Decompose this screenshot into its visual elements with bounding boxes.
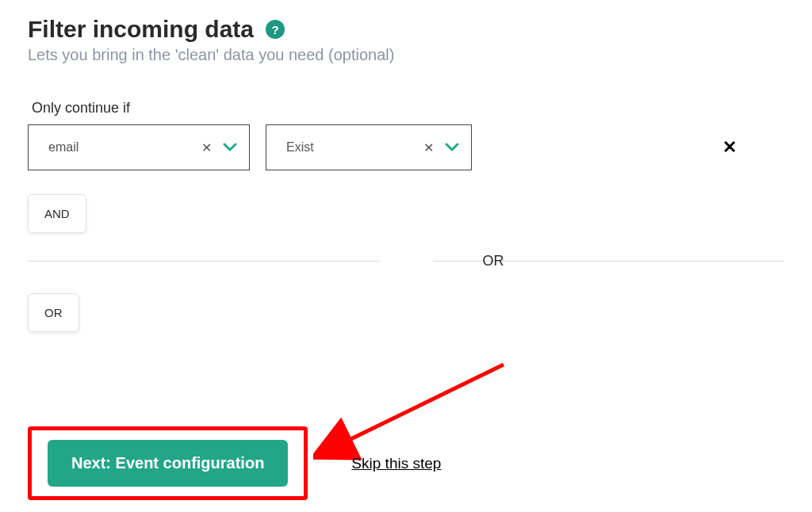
filter-section: Only continue if email ✕ Exist ✕ ✕ AND [28,100,784,332]
skip-link[interactable]: Skip this step [351,455,441,472]
and-button[interactable]: AND [28,194,86,233]
footer: Next: Event configuration Skip this step [28,426,784,500]
dropdown-controls: ✕ [201,139,237,156]
title-row: Filter incoming data ? [28,16,784,43]
page-subtitle: Lets you bring in the 'clean' data you n… [28,46,784,64]
operator-value: Exist [286,140,314,155]
or-divider-text: OR [467,253,520,269]
clear-operator-icon[interactable]: ✕ [423,140,434,155]
highlight-annotation: Next: Event configuration [28,426,308,500]
page-title: Filter incoming data [28,16,254,43]
condition-label: Only continue if [32,100,784,117]
condition-row: email ✕ Exist ✕ ✕ [28,124,784,170]
chevron-down-icon[interactable] [223,139,237,156]
help-icon[interactable]: ? [266,20,285,39]
field-value: email [48,140,79,155]
divider-line [28,261,380,262]
field-dropdown[interactable]: email ✕ [28,124,250,170]
or-divider: OR [28,253,784,269]
clear-field-icon[interactable]: ✕ [201,140,212,155]
chevron-down-icon[interactable] [445,139,459,156]
remove-row-icon[interactable]: ✕ [722,137,784,158]
operator-dropdown[interactable]: Exist ✕ [266,124,472,170]
next-button[interactable]: Next: Event configuration [48,440,288,487]
header: Filter incoming data ? Lets you bring in… [28,16,784,64]
dropdown-controls: ✕ [423,139,459,156]
or-button[interactable]: OR [28,293,79,332]
